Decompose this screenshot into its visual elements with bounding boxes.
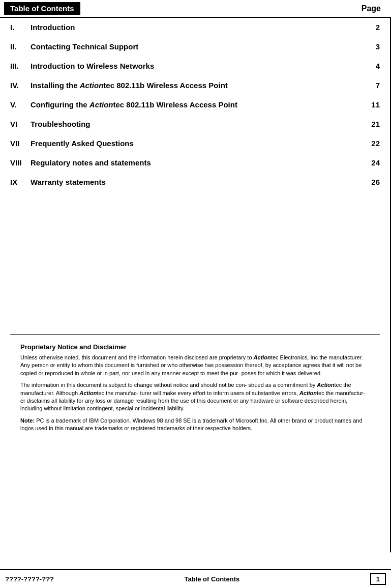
toc-page: 7 xyxy=(359,81,380,90)
toc-page: 4 xyxy=(359,62,380,70)
toc-page: 11 xyxy=(359,100,380,109)
toc-row[interactable]: III.Introduction to Wireless Networks4 xyxy=(10,57,380,76)
toc-page: 3 xyxy=(359,42,380,51)
toc-num: V. xyxy=(10,100,31,109)
toc-text: Installing the Actiontec 802.11b Wireles… xyxy=(31,81,359,90)
footer: ????-????-??? Table of Contents 1 xyxy=(0,569,391,588)
footer-right: 1 xyxy=(370,573,386,585)
toc-page: 21 xyxy=(359,120,380,128)
toc-text: Contacting Technical Support xyxy=(31,42,359,51)
toc-page: 26 xyxy=(359,178,380,186)
footer-center: Table of Contents xyxy=(184,575,239,583)
footer-left: ????-????-??? xyxy=(5,575,54,583)
toc-row[interactable]: II.Contacting Technical Support3 xyxy=(10,37,380,57)
toc-row[interactable]: IXWarranty statements26 xyxy=(10,173,380,192)
proprietary-title: Proprietary Notice and Disclaimer xyxy=(20,343,370,351)
proprietary-section: Proprietary Notice and Disclaimer Unless… xyxy=(10,334,380,438)
toc-row[interactable]: VIIIRegulatory notes and statements24 xyxy=(10,153,380,173)
page-number: 1 xyxy=(370,573,386,585)
note-text: PC is a trademark of IBM Corporation. Wi… xyxy=(20,417,363,431)
toc-num: II. xyxy=(10,42,31,51)
toc-text: Frequently Asked Questions xyxy=(31,139,359,148)
toc-page: 22 xyxy=(359,139,380,148)
note-label: Note: xyxy=(20,417,35,424)
toc-row[interactable]: V.Configuring the Actiontec 802.11b Wire… xyxy=(10,95,380,115)
toc-row[interactable]: VIIFrequently Asked Questions22 xyxy=(10,134,380,153)
toc-page: 2 xyxy=(359,23,380,32)
proprietary-paragraph1: Unless otherwise noted, this document an… xyxy=(20,354,370,377)
main-content: I.Introduction2II.Contacting Technical S… xyxy=(0,18,391,552)
toc-text: Configuring the Actiontec 802.11b Wirele… xyxy=(31,100,359,109)
proprietary-note: Note: PC is a trademark of IBM Corporati… xyxy=(20,417,370,433)
toc-text: Troubleshooting xyxy=(31,120,359,128)
toc-row[interactable]: VITroubleshooting21 xyxy=(10,115,380,134)
toc-text: Introduction xyxy=(31,23,359,32)
toc-list: I.Introduction2II.Contacting Technical S… xyxy=(10,18,380,192)
toc-text: Regulatory notes and statements xyxy=(31,158,359,167)
toc-num: IV. xyxy=(10,81,31,90)
toc-row[interactable]: I.Introduction2 xyxy=(10,18,380,37)
toc-text: Warranty statements xyxy=(31,178,359,186)
toc-num: VIII xyxy=(10,158,31,167)
toc-num: III. xyxy=(10,62,31,70)
spacer xyxy=(10,192,380,334)
page-label: Page xyxy=(362,4,381,13)
toc-page: 24 xyxy=(359,158,380,167)
toc-num: I. xyxy=(10,23,31,32)
toc-num: VI xyxy=(10,120,31,128)
toc-row[interactable]: IV.Installing the Actiontec 802.11b Wire… xyxy=(10,76,380,95)
toc-text: Introduction to Wireless Networks xyxy=(31,62,359,70)
toc-num: IX xyxy=(10,178,31,186)
header: Table of Contents Page xyxy=(0,0,391,18)
content-area: I.Introduction2II.Contacting Technical S… xyxy=(0,18,391,552)
toc-title: Table of Contents xyxy=(4,2,80,15)
proprietary-paragraph2: The information in this document is subj… xyxy=(20,381,370,413)
page-wrapper: Table of Contents Page I.Introduction2II… xyxy=(0,0,391,588)
toc-num: VII xyxy=(10,139,31,148)
